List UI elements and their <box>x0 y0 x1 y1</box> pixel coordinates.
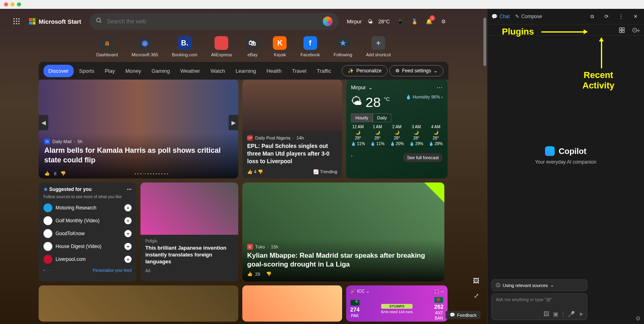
source-badge: m <box>44 139 50 144</box>
hourly-tab[interactable]: Hourly <box>351 113 373 122</box>
mobile-icon[interactable]: 📱 <box>396 17 405 26</box>
like-icon[interactable]: 👍 <box>44 171 50 176</box>
nav-tab-travel[interactable]: Travel <box>287 65 311 77</box>
story-card[interactable]: DPDaily Post Nigeria · 14h EPL: Paul Sch… <box>242 80 342 178</box>
window-close[interactable] <box>4 2 8 6</box>
nav-tab-play[interactable]: Play <box>100 65 120 77</box>
open-external-icon[interactable]: ⧉ <box>588 12 597 21</box>
app-launcher-icon[interactable] <box>12 17 21 26</box>
shortcut-aliexpress[interactable]: AliExpress <box>211 36 232 57</box>
nav-tab-health[interactable]: Health <box>262 65 287 77</box>
svg-point-4 <box>16 21 17 22</box>
more-icon[interactable]: ⋯ <box>441 289 444 294</box>
image-card[interactable] <box>39 285 238 322</box>
weather-card[interactable]: Mirpur ⌄ ⋯ 🌤 28 °C 💧 Humidity 96% › Hour… <box>346 80 448 178</box>
expand-icon[interactable]: ⤢ <box>472 291 481 300</box>
scan-icon[interactable]: ▣ <box>553 311 558 317</box>
shortcut-facebook[interactable]: fFacebook <box>300 36 320 57</box>
suggested-item[interactable]: House Digest (Video)+ <box>43 240 132 253</box>
like-icon[interactable]: 👍 <box>247 169 253 174</box>
chevron-down-icon[interactable]: ⌄ <box>368 84 373 90</box>
search-input[interactable] <box>107 18 318 25</box>
copilot-search-icon[interactable] <box>323 16 332 26</box>
source-avatar-icon <box>43 203 52 212</box>
image-mode-icon[interactable]: 🖼 <box>472 277 481 285</box>
nav-bar: DiscoverSportsPlayMoneyGamingWeatherWatc… <box>39 62 448 80</box>
cricket-score-card[interactable]: 🏏 ICC ⌄ ⛶ ⋯ ☪ 274 PAK STUMPS BAN need 14… <box>346 285 448 322</box>
dislike-icon[interactable]: 👎 <box>258 169 263 174</box>
suggested-item[interactable]: Motoring Research+ <box>43 201 132 214</box>
notifications-icon[interactable]: 🔔2 <box>425 17 433 26</box>
daily-tab[interactable]: Daily <box>373 113 391 122</box>
nav-tab-traffic[interactable]: Traffic <box>312 65 336 77</box>
annotation-arrow-plugins <box>541 31 587 33</box>
chevron-down-icon[interactable]: ⌄ <box>366 289 369 293</box>
carousel-prev[interactable]: ◀ <box>39 115 48 130</box>
follow-add-button[interactable]: + <box>124 243 132 250</box>
personalize-button[interactable]: ✨Personalize <box>342 65 388 76</box>
dislike-icon[interactable]: 👎 <box>60 171 66 176</box>
nav-tab-weather[interactable]: Weather <box>175 65 205 77</box>
nav-tab-discover[interactable]: Discover <box>43 65 74 77</box>
shortcut-following[interactable]: ★Following <box>334 36 352 57</box>
image-card-2[interactable] <box>242 285 342 322</box>
like-icon[interactable]: 👍 <box>247 271 253 277</box>
more-icon[interactable]: ⋯ <box>436 84 443 91</box>
compose-tab[interactable]: ✎Compose <box>515 14 542 19</box>
carousel-next[interactable]: ▶ <box>229 115 238 130</box>
feed-settings-button[interactable]: ⚙Feed settings⌄ <box>389 65 444 76</box>
refresh-icon[interactable]: ⟳ <box>602 12 611 21</box>
scrollbar[interactable] <box>483 18 486 66</box>
ad-card[interactable]: Poliglu This brilliant Japanese inventio… <box>140 183 238 281</box>
send-icon[interactable]: ➤ <box>579 311 584 317</box>
nav-tab-money[interactable]: Money <box>120 65 146 77</box>
plugins-icon[interactable] <box>617 26 626 35</box>
nav-tab-sports[interactable]: Sports <box>74 65 99 77</box>
sources-chip[interactable]: ⓘUsing relevant sources⌄ <box>491 279 587 291</box>
match-status: STUMPS <box>381 304 413 309</box>
shortcut-kayak[interactable]: KKayak <box>273 36 287 57</box>
image-attach-icon[interactable]: 🖼 <box>543 311 549 317</box>
more-icon[interactable]: ⋮ <box>617 12 625 21</box>
window-maximize[interactable] <box>17 2 21 6</box>
sidebar-settings-icon[interactable]: ⚙ <box>636 315 641 322</box>
suggested-item[interactable]: Liverpool.com+ <box>43 253 132 266</box>
nav-tab-gaming[interactable]: Gaming <box>147 65 175 77</box>
window-minimize[interactable] <box>10 2 14 6</box>
suggested-item[interactable]: GoodToKnow+ <box>43 227 132 240</box>
shortcut-microsoft-365[interactable]: ◉Microsoft 365 <box>132 36 158 57</box>
search-box[interactable] <box>89 13 339 30</box>
shortcut-ebay[interactable]: 🛍eBay <box>246 36 259 57</box>
follow-add-button[interactable]: + <box>124 230 132 237</box>
shortcut-add-shortcut[interactable]: +Add shortcut <box>366 36 391 57</box>
see-forecast-button[interactable]: See full forecast <box>403 153 443 162</box>
expand-icon[interactable]: ⛶ <box>434 289 439 294</box>
settings-gear-icon[interactable]: ⚙ <box>439 17 448 26</box>
location-city[interactable]: Mirpur <box>347 18 362 25</box>
follow-add-button[interactable]: + <box>124 204 132 211</box>
nav-tab-watch[interactable]: Watch <box>206 65 230 77</box>
shortcut-booking.com[interactable]: B.Booking.com <box>172 36 198 57</box>
close-icon[interactable]: ✕ <box>631 12 640 21</box>
copilot-input[interactable]: Ask me anything or type "@" 🖼 ▣ | 🎤 ➤ <box>491 293 587 320</box>
chevron-right-icon[interactable]: › <box>441 94 443 99</box>
big-likes: 29 <box>255 272 260 277</box>
rewards-icon[interactable]: 🏅 <box>410 17 419 26</box>
mic-icon[interactable]: 🎤 <box>568 311 575 317</box>
chat-tab[interactable]: 💬Chat <box>491 14 510 19</box>
shortcut-icon: a <box>100 36 114 50</box>
shortcut-dashboard[interactable]: aDashboard <box>96 36 118 57</box>
brand[interactable]: Microsoft Start <box>29 18 81 25</box>
story-likes: 4 <box>254 169 256 174</box>
follow-add-button[interactable]: + <box>124 256 132 263</box>
nav-tab-learning[interactable]: Learning <box>231 65 261 77</box>
add-tab-icon[interactable]: ＋ <box>635 27 642 35</box>
big-story-card[interactable]: KTuko · 15h Kylian Mbappe: Real Madrid s… <box>242 183 444 281</box>
personalize-feed-link[interactable]: Personalize your feed <box>93 268 132 273</box>
follow-add-button[interactable]: + <box>124 217 132 224</box>
more-icon[interactable]: ⋯ <box>127 187 132 192</box>
suggested-item[interactable]: Golf Monthly (Video)+ <box>43 214 132 227</box>
hero-card[interactable]: ◀ ▶ mDaily Mail · 5h Alarm bells for Kam… <box>39 80 238 178</box>
feedback-button[interactable]: 💬Feedback <box>446 311 481 319</box>
dislike-icon[interactable]: 👎 <box>266 271 272 277</box>
